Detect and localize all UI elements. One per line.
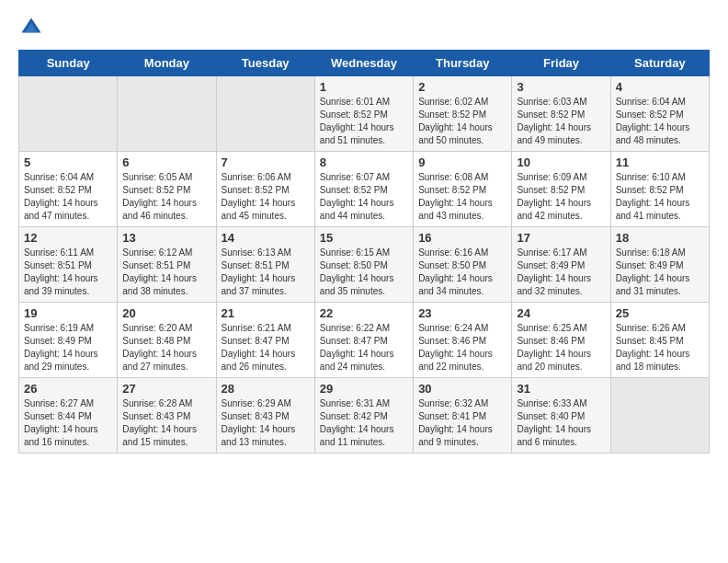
day-number: 31 [517,382,605,396]
weekday-monday: Monday [118,51,216,76]
logo [18,15,48,40]
day-number: 13 [122,231,210,245]
day-number: 14 [222,231,310,245]
calendar-cell: 20Sunrise: 6:20 AM Sunset: 8:48 PM Dayli… [118,303,216,378]
cell-info: Sunrise: 6:04 AM Sunset: 8:52 PM Dayligh… [616,96,704,147]
weekday-thursday: Thursday [414,51,512,76]
calendar-cell: 15Sunrise: 6:15 AM Sunset: 8:50 PM Dayli… [314,227,413,303]
weekday-header-row: SundayMondayTuesdayWednesdayThursdayFrid… [19,51,710,76]
cell-info: Sunrise: 6:16 AM Sunset: 8:50 PM Dayligh… [418,247,506,298]
calendar-cell: 9Sunrise: 6:08 AM Sunset: 8:52 PM Daylig… [414,152,512,227]
calendar-cell: 27Sunrise: 6:28 AM Sunset: 8:43 PM Dayli… [118,378,216,454]
day-number: 3 [517,80,605,94]
day-number: 17 [517,231,605,245]
cell-info: Sunrise: 6:19 AM Sunset: 8:49 PM Dayligh… [24,322,112,373]
cell-info: Sunrise: 6:27 AM Sunset: 8:44 PM Dayligh… [24,397,112,449]
calendar-cell: 16Sunrise: 6:16 AM Sunset: 8:50 PM Dayli… [414,227,512,303]
calendar-cell: 1Sunrise: 6:01 AM Sunset: 8:52 PM Daylig… [314,76,413,152]
cell-info: Sunrise: 6:18 AM Sunset: 8:49 PM Dayligh… [616,247,704,298]
day-number: 15 [320,231,408,245]
day-number: 2 [418,80,506,94]
calendar-cell: 29Sunrise: 6:31 AM Sunset: 8:42 PM Dayli… [314,378,413,454]
cell-info: Sunrise: 6:03 AM Sunset: 8:52 PM Dayligh… [517,96,605,147]
day-number: 9 [418,155,506,169]
day-number: 25 [616,306,704,320]
cell-info: Sunrise: 6:10 AM Sunset: 8:52 PM Dayligh… [616,171,704,223]
day-number: 23 [418,306,506,320]
calendar-cell: 24Sunrise: 6:25 AM Sunset: 8:46 PM Dayli… [512,303,610,378]
cell-info: Sunrise: 6:13 AM Sunset: 8:51 PM Dayligh… [222,247,310,298]
day-number: 26 [24,382,112,396]
day-number: 5 [24,155,112,169]
calendar-cell: 3Sunrise: 6:03 AM Sunset: 8:52 PM Daylig… [512,76,610,152]
calendar-table: SundayMondayTuesdayWednesdayThursdayFrid… [18,50,710,454]
calendar-cell: 22Sunrise: 6:22 AM Sunset: 8:47 PM Dayli… [314,303,413,378]
day-number: 4 [616,80,704,94]
calendar-cell: 5Sunrise: 6:04 AM Sunset: 8:52 PM Daylig… [19,152,118,227]
weekday-wednesday: Wednesday [314,51,413,76]
page-container: SundayMondayTuesdayWednesdayThursdayFrid… [0,0,728,463]
day-number: 19 [24,306,112,320]
week-row-4: 19Sunrise: 6:19 AM Sunset: 8:49 PM Dayli… [19,303,710,378]
calendar-cell: 8Sunrise: 6:07 AM Sunset: 8:52 PM Daylig… [314,152,413,227]
calendar-cell: 14Sunrise: 6:13 AM Sunset: 8:51 PM Dayli… [216,227,314,303]
cell-info: Sunrise: 6:22 AM Sunset: 8:47 PM Dayligh… [320,322,408,373]
day-number: 1 [320,80,408,94]
day-number: 29 [320,382,408,396]
cell-info: Sunrise: 6:21 AM Sunset: 8:47 PM Dayligh… [222,322,310,373]
day-number: 27 [122,382,210,396]
day-number: 21 [222,306,310,320]
cell-info: Sunrise: 6:15 AM Sunset: 8:50 PM Dayligh… [320,247,408,298]
calendar-cell: 12Sunrise: 6:11 AM Sunset: 8:51 PM Dayli… [19,227,118,303]
day-number: 11 [616,155,704,169]
calendar-cell: 6Sunrise: 6:05 AM Sunset: 8:52 PM Daylig… [118,152,216,227]
calendar-cell: 25Sunrise: 6:26 AM Sunset: 8:45 PM Dayli… [610,303,709,378]
calendar-cell: 10Sunrise: 6:09 AM Sunset: 8:52 PM Dayli… [512,152,610,227]
day-number: 16 [418,231,506,245]
weekday-friday: Friday [512,51,610,76]
calendar-cell: 30Sunrise: 6:32 AM Sunset: 8:41 PM Dayli… [414,378,512,454]
calendar-cell: 28Sunrise: 6:29 AM Sunset: 8:43 PM Dayli… [216,378,314,454]
week-row-3: 12Sunrise: 6:11 AM Sunset: 8:51 PM Dayli… [19,227,710,303]
day-number: 10 [517,155,605,169]
day-number: 6 [122,155,210,169]
calendar-cell: 19Sunrise: 6:19 AM Sunset: 8:49 PM Dayli… [19,303,118,378]
weekday-saturday: Saturday [610,51,709,76]
calendar-cell: 17Sunrise: 6:17 AM Sunset: 8:49 PM Dayli… [512,227,610,303]
cell-info: Sunrise: 6:32 AM Sunset: 8:41 PM Dayligh… [418,397,506,449]
cell-info: Sunrise: 6:20 AM Sunset: 8:48 PM Dayligh… [122,322,210,373]
cell-info: Sunrise: 6:26 AM Sunset: 8:45 PM Dayligh… [616,322,704,373]
day-number: 24 [517,306,605,320]
cell-info: Sunrise: 6:33 AM Sunset: 8:40 PM Dayligh… [517,397,605,449]
header [18,15,710,40]
day-number: 22 [320,306,408,320]
cell-info: Sunrise: 6:05 AM Sunset: 8:52 PM Dayligh… [122,171,210,223]
cell-info: Sunrise: 6:06 AM Sunset: 8:52 PM Dayligh… [222,171,310,223]
cell-info: Sunrise: 6:12 AM Sunset: 8:51 PM Dayligh… [122,247,210,298]
weekday-tuesday: Tuesday [216,51,314,76]
calendar-cell: 2Sunrise: 6:02 AM Sunset: 8:52 PM Daylig… [414,76,512,152]
calendar-cell: 23Sunrise: 6:24 AM Sunset: 8:46 PM Dayli… [414,303,512,378]
cell-info: Sunrise: 6:01 AM Sunset: 8:52 PM Dayligh… [320,96,408,147]
calendar-cell: 11Sunrise: 6:10 AM Sunset: 8:52 PM Dayli… [610,152,709,227]
calendar-cell [19,76,118,152]
calendar-cell: 7Sunrise: 6:06 AM Sunset: 8:52 PM Daylig… [216,152,314,227]
week-row-2: 5Sunrise: 6:04 AM Sunset: 8:52 PM Daylig… [19,152,710,227]
calendar-cell [610,378,709,454]
day-number: 28 [222,382,310,396]
calendar-cell [216,76,314,152]
cell-info: Sunrise: 6:28 AM Sunset: 8:43 PM Dayligh… [122,397,210,449]
day-number: 20 [122,306,210,320]
cell-info: Sunrise: 6:02 AM Sunset: 8:52 PM Dayligh… [418,96,506,147]
cell-info: Sunrise: 6:07 AM Sunset: 8:52 PM Dayligh… [320,171,408,223]
calendar-cell: 21Sunrise: 6:21 AM Sunset: 8:47 PM Dayli… [216,303,314,378]
day-number: 30 [418,382,506,396]
week-row-1: 1Sunrise: 6:01 AM Sunset: 8:52 PM Daylig… [19,76,710,152]
calendar-body: 1Sunrise: 6:01 AM Sunset: 8:52 PM Daylig… [19,76,710,454]
cell-info: Sunrise: 6:08 AM Sunset: 8:52 PM Dayligh… [418,171,506,223]
cell-info: Sunrise: 6:31 AM Sunset: 8:42 PM Dayligh… [320,397,408,449]
cell-info: Sunrise: 6:29 AM Sunset: 8:43 PM Dayligh… [222,397,310,449]
weekday-sunday: Sunday [19,51,118,76]
week-row-5: 26Sunrise: 6:27 AM Sunset: 8:44 PM Dayli… [19,378,710,454]
cell-info: Sunrise: 6:24 AM Sunset: 8:46 PM Dayligh… [418,322,506,373]
